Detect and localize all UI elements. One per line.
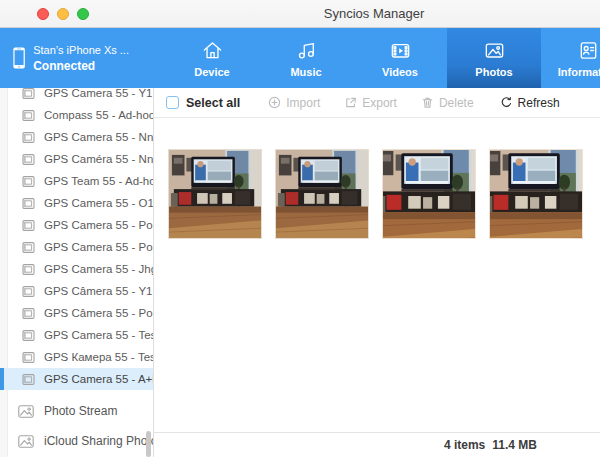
- photo-grid: [154, 118, 600, 432]
- album-icon: [22, 263, 35, 276]
- album-label: GPS Camera 55 - Points 2: [44, 219, 154, 231]
- sidebar-item-gps-team-55-ad-hoc[interactable]: GPS Team 55 - Ad-hoc: [0, 170, 153, 192]
- album-icon: [22, 285, 35, 298]
- import-label: Import: [286, 96, 320, 110]
- titlebar: Syncios Manager: [0, 0, 600, 28]
- select-all-label: Select all: [186, 96, 240, 110]
- photo-library-icon: [18, 405, 34, 418]
- sidebar-item-photo-stream[interactable]: Photo Stream: [0, 396, 153, 426]
- sidebar-item-gps-camera-55-o1[interactable]: GPS Camera 55 - O1: [0, 192, 153, 214]
- window-title: Syncios Manager: [294, 6, 454, 21]
- album-icon: [22, 153, 35, 166]
- sidebar-item-gps-c-mera-55-y1[interactable]: GPS Câmera 55 - Y1: [0, 280, 153, 302]
- device-panel[interactable]: Stan’s iPhone Xs ... Connected: [0, 28, 129, 88]
- tab-information[interactable]: Information: [541, 28, 600, 88]
- tab-photos[interactable]: Photos: [447, 28, 541, 88]
- living-room-photo: [382, 149, 476, 239]
- sidebar-item-icloud-sharing-photo[interactable]: iCloud Sharing Photo: [0, 426, 153, 456]
- library-label: Photo Stream: [44, 404, 117, 418]
- app-body: GPS Camera 55 - Y1 Compass 55 - Ad-hoc: [0, 88, 600, 457]
- syncios-window: Syncios Manager Stan’s iPhone Xs ... Con…: [0, 0, 600, 457]
- tab-label: Videos: [382, 66, 418, 78]
- sidebar-item-gps-camera-55-y1[interactable]: GPS Camera 55 - Y1: [0, 88, 153, 104]
- sidebar-item-gps-55-test-c[interactable]: GPS Камера 55 - Test C: [0, 346, 153, 368]
- tab-icon: [483, 39, 506, 62]
- device-info: Stan’s iPhone Xs ... Connected: [33, 44, 129, 73]
- minimize-window-button[interactable]: [57, 8, 69, 20]
- photo-library-icon: [18, 435, 34, 448]
- album-label: GPS Camera 55 - Test C: [44, 329, 154, 341]
- refresh-icon: [500, 96, 513, 109]
- album-icon: [22, 88, 35, 100]
- album-label: GPS Camera 55 - A+D: [44, 373, 154, 385]
- select-all-checkbox[interactable]: [166, 96, 179, 109]
- album-icon: [22, 131, 35, 144]
- sidebar-item-gps-cam-ra-55-nn[interactable]: GPS Caméra 55 - Nn: [0, 148, 153, 170]
- album-icon: [22, 175, 35, 188]
- album-icon: [22, 307, 35, 320]
- refresh-label: Refresh: [518, 96, 560, 110]
- tab-label: Information: [558, 66, 600, 78]
- album-label: GPS Caméra 55 - Nn: [44, 153, 153, 165]
- nav-tabs: Device Music Videos: [129, 28, 600, 88]
- library-label: iCloud Sharing Photo: [44, 434, 154, 448]
- tab-icon: [389, 39, 412, 62]
- fullscreen-window-button[interactable]: [77, 8, 89, 20]
- album-icon: [22, 373, 35, 386]
- tab-music[interactable]: Music: [259, 28, 353, 88]
- item-count: 4 items: [444, 438, 485, 452]
- sidebar-item-gps-camera-55-jhg-bjj[interactable]: GPS Camera 55 - Jhg bjj: [0, 258, 153, 280]
- sidebar-item-gps-camera-55-points-2[interactable]: GPS Camera 55 - Points 2: [0, 214, 153, 236]
- album-label: GPS Camera 55 - Jhg bjj: [44, 263, 154, 275]
- import-button[interactable]: Import: [268, 96, 320, 110]
- sidebar-scrollbar-thumb[interactable]: [146, 431, 151, 457]
- app-header: Stan’s iPhone Xs ... Connected Device: [0, 28, 600, 88]
- album-icon: [22, 197, 35, 210]
- sidebar: GPS Camera 55 - Y1 Compass 55 - Ad-hoc: [0, 88, 154, 457]
- sidebar-item-gps-camera-55-points-1[interactable]: GPS Camera 55 - Points 1: [0, 236, 153, 258]
- refresh-button[interactable]: Refresh: [500, 96, 560, 110]
- export-label: Export: [362, 96, 397, 110]
- tab-label: Photos: [475, 66, 512, 78]
- tab-device[interactable]: Device: [165, 28, 259, 88]
- album-icon: [22, 329, 35, 342]
- living-room-photo: [169, 150, 261, 238]
- export-button[interactable]: Export: [344, 96, 397, 110]
- sidebar-item-gps-camera-55-nn[interactable]: GPS Camera 55 - Nn: [0, 126, 153, 148]
- album-icon: [22, 219, 35, 232]
- album-list: GPS Camera 55 - Y1 Compass 55 - Ad-hoc: [0, 88, 153, 390]
- sidebar-item-gps-c-mera-55-points-2[interactable]: GPS Câmera 55 - Points 2: [0, 302, 153, 324]
- export-icon: [344, 96, 357, 109]
- tab-videos[interactable]: Videos: [353, 28, 447, 88]
- sidebar-item-gps-camera-55-test-c[interactable]: GPS Camera 55 - Test C: [0, 324, 153, 346]
- sidebar-item-compass-55-ad-hoc[interactable]: Compass 55 - Ad-hoc: [0, 104, 153, 126]
- album-label: Compass 55 - Ad-hoc: [44, 109, 154, 121]
- sidebar-item-gps-camera-55-a-d[interactable]: GPS Camera 55 - A+D: [0, 368, 153, 390]
- close-window-button[interactable]: [37, 8, 49, 20]
- device-name: Stan’s iPhone Xs ...: [33, 44, 129, 56]
- album-label: GPS Team 55 - Ad-hoc: [44, 175, 154, 187]
- import-plus-icon: [268, 96, 281, 109]
- tab-icon: [201, 39, 224, 62]
- tab-label: Music: [290, 66, 321, 78]
- main-panel: Select all Import Export: [154, 88, 600, 457]
- tab-icon: [577, 39, 600, 62]
- album-icon: [22, 109, 35, 122]
- album-label: GPS Camera 55 - O1: [44, 197, 154, 209]
- photo-thumbnail[interactable]: [275, 149, 369, 239]
- album-label: GPS Camera 55 - Nn: [44, 131, 153, 143]
- living-room-photo: [276, 150, 368, 238]
- selected-accent-bar: [0, 368, 4, 390]
- traffic-lights: [37, 8, 89, 20]
- album-label: GPS Câmera 55 - Y1: [44, 285, 152, 297]
- album-label: GPS Camera 55 - Y1: [44, 88, 152, 99]
- album-label: GPS Câmera 55 - Points 2: [44, 307, 154, 319]
- select-all-control[interactable]: Select all: [166, 96, 240, 110]
- photo-thumbnail[interactable]: [168, 149, 262, 239]
- photo-thumbnail[interactable]: [489, 149, 583, 239]
- photo-thumbnail[interactable]: [382, 149, 476, 239]
- tab-icon: [295, 39, 318, 62]
- delete-label: Delete: [439, 96, 474, 110]
- delete-button[interactable]: Delete: [421, 96, 474, 110]
- library-list: Photo Stream iCloud Sharing Photo: [0, 396, 153, 456]
